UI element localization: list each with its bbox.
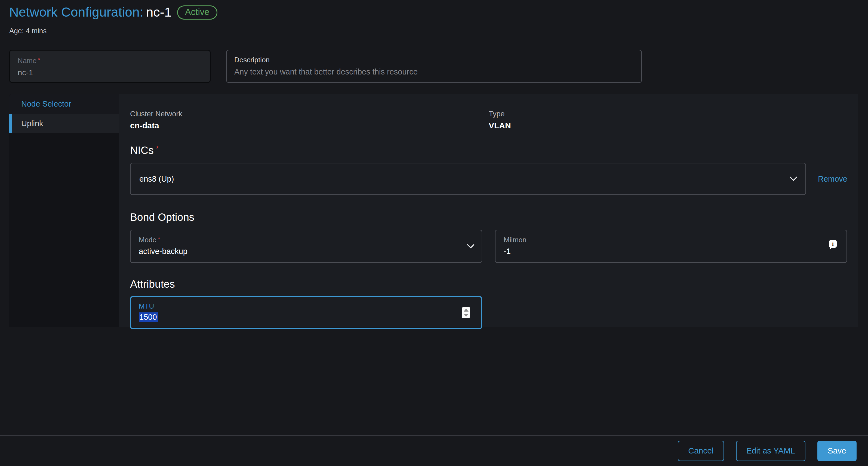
description-label: Description — [234, 56, 634, 64]
remove-nic-link[interactable]: Remove — [818, 174, 847, 184]
type-info: Type VLAN — [489, 110, 847, 130]
bond-options-row: Mode* active-backup Miimon -1 i — [130, 230, 847, 263]
info-tooltip-icon[interactable]: i — [829, 240, 837, 248]
description-input[interactable] — [234, 67, 634, 76]
network-meta-row: Cluster Network cn-data Type VLAN — [130, 110, 847, 130]
chevron-down-icon — [789, 173, 797, 181]
age-text: Age: 4 mins — [9, 27, 858, 35]
tab-uplink[interactable]: Uplink — [9, 114, 119, 133]
action-footer: Cancel Edit as YAML Save — [0, 435, 868, 466]
mode-select-value: active-backup — [139, 247, 473, 256]
status-badge: Active — [177, 5, 217, 20]
network-config-edit-page: Network Configuration:nc-1 Active Age: 4… — [0, 0, 868, 327]
nics-heading: NICs* — [130, 144, 847, 156]
page-title: Network Configuration:nc-1 — [9, 5, 172, 20]
required-asterisk: * — [38, 57, 40, 63]
nics-select[interactable]: ens8 (Up) — [130, 163, 806, 195]
cluster-network-label: Cluster Network — [130, 110, 489, 118]
required-asterisk: * — [156, 144, 159, 153]
cancel-button[interactable]: Cancel — [678, 441, 724, 461]
edit-as-yaml-button[interactable]: Edit as YAML — [736, 441, 805, 461]
required-asterisk: * — [158, 236, 160, 242]
miimon-label: Miimon — [504, 236, 838, 244]
stepper-up-icon[interactable] — [464, 308, 469, 311]
nics-select-value: ens8 (Up) — [139, 174, 174, 184]
resource-name: nc-1 — [146, 5, 172, 19]
miimon-field[interactable]: Miimon -1 i — [495, 230, 847, 263]
type-value: VLAN — [489, 121, 847, 130]
mtu-input[interactable]: 1500 — [139, 313, 473, 322]
mode-select[interactable]: Mode* active-backup — [130, 230, 482, 263]
name-input[interactable] — [18, 68, 202, 77]
mtu-label: MTU — [139, 302, 473, 310]
uplink-tab-content: Cluster Network cn-data Type VLAN NICs* … — [119, 94, 858, 327]
tab-node-selector[interactable]: Node Selector — [9, 94, 119, 114]
cluster-network-info: Cluster Network cn-data — [130, 110, 489, 130]
save-button[interactable]: Save — [817, 441, 857, 461]
bond-options-heading: Bond Options — [130, 211, 847, 223]
tabbed-panel: Node Selector Uplink Cluster Network cn-… — [9, 94, 858, 327]
page-header: Network Configuration:nc-1 Active Age: 4… — [0, 0, 868, 35]
mode-label: Mode* — [139, 236, 473, 244]
miimon-value: -1 — [504, 247, 838, 256]
cluster-network-value: cn-data — [130, 121, 489, 130]
number-stepper[interactable] — [462, 307, 470, 318]
type-label: Type — [489, 110, 847, 118]
mtu-selected-value: 1500 — [139, 312, 158, 322]
page-title-prefix: Network Configuration: — [9, 5, 144, 19]
attributes-heading: Attributes — [130, 278, 847, 290]
mtu-field[interactable]: MTU 1500 — [130, 296, 482, 329]
description-field[interactable]: Description — [226, 50, 642, 83]
name-label: Name* — [18, 57, 202, 65]
header-divider — [0, 44, 868, 44]
nic-row: ens8 (Up) Remove — [130, 163, 847, 195]
name-field[interactable]: Name* — [9, 50, 211, 83]
stepper-down-icon[interactable] — [464, 314, 469, 317]
name-description-row: Name* Description — [9, 50, 858, 83]
tab-sidebar: Node Selector Uplink — [9, 94, 119, 327]
